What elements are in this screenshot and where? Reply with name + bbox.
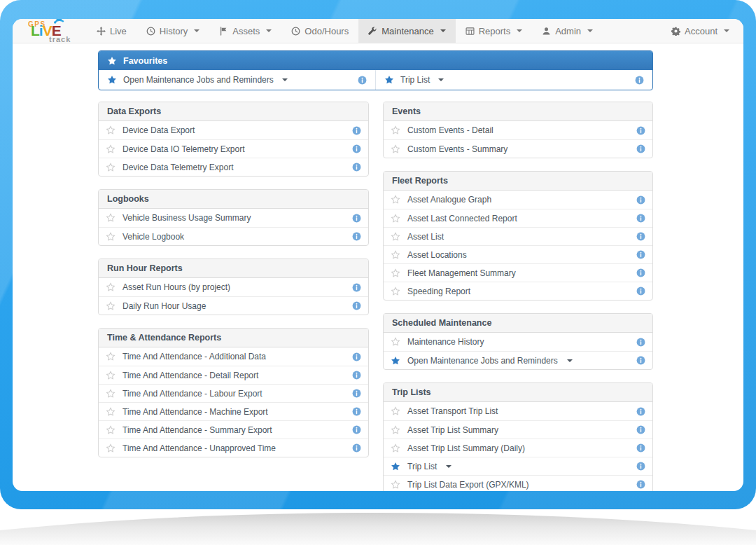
nav-item-maintenance[interactable]: Maintenance [358,19,455,43]
report-row[interactable]: Device Data Export [99,121,368,139]
report-row[interactable]: Asset Last Connected Report [384,209,652,227]
star-outline-icon[interactable] [391,214,400,223]
star-outline-icon[interactable] [391,250,400,260]
star-outline-icon[interactable] [106,144,115,154]
star-outline-icon[interactable] [106,425,115,435]
info-icon[interactable] [635,76,644,85]
report-row[interactable]: Device Data IO Telemetry Export [99,139,368,158]
info-icon[interactable] [636,195,645,205]
info-icon[interactable] [636,232,645,241]
info-icon[interactable] [636,462,645,471]
report-row[interactable]: Speeding Report [384,282,652,300]
star-outline-icon[interactable] [106,371,115,380]
favourite-star-icon[interactable] [384,75,394,85]
info-icon[interactable] [636,287,645,296]
report-row[interactable]: Custom Events - Summary [384,139,652,158]
info-icon[interactable] [352,389,361,398]
star-outline-icon[interactable] [106,352,115,361]
info-icon[interactable] [636,338,645,347]
flag-icon [219,27,228,36]
star-outline-icon[interactable] [391,425,400,435]
star-outline-icon[interactable] [106,301,115,311]
info-icon[interactable] [352,283,361,292]
star-outline-icon[interactable] [391,268,400,278]
report-row[interactable]: Time And Attendance - Unapproved Time [99,439,368,457]
info-icon[interactable] [636,425,645,434]
favourite-item-open-maintenance-jobs[interactable]: Open Maintenance Jobs and Reminders [99,70,375,90]
star-outline-icon[interactable] [106,232,115,242]
nav-item-admin[interactable]: Admin [532,19,603,43]
info-icon[interactable] [636,144,645,153]
report-row[interactable]: Device Data Telemetry Export [99,158,368,176]
report-row[interactable]: Time And Attendance - Labour Export [99,384,368,402]
favourite-star-icon[interactable] [107,75,117,85]
info-icon[interactable] [352,232,361,241]
report-row[interactable]: Time And Attendance - Machine Export [99,402,368,420]
info-icon[interactable] [358,76,367,85]
report-row[interactable]: Fleet Management Summary [384,263,652,282]
report-row[interactable]: Asset Trip List Summary [384,420,652,439]
report-row[interactable]: Asset Analogue Graph [384,191,652,209]
info-icon[interactable] [636,268,645,277]
nav-item-live[interactable]: Live [87,19,136,43]
star-outline-icon[interactable] [106,389,115,399]
info-icon[interactable] [352,352,361,361]
report-row[interactable]: Asset List [384,227,652,245]
nav-item-history[interactable]: History [136,19,209,43]
app-logo[interactable]: GPS LiVE track [13,19,87,43]
star-outline-icon[interactable] [106,407,115,417]
info-icon[interactable] [636,480,645,489]
info-icon[interactable] [636,126,645,135]
report-row[interactable]: Trip List [384,457,652,475]
star-outline-icon[interactable] [106,282,115,292]
star-outline-icon[interactable] [106,443,115,453]
star-outline-icon[interactable] [106,125,115,135]
nav-item-account[interactable]: Account [662,19,739,43]
favourite-star-icon[interactable] [391,356,400,366]
info-icon[interactable] [352,163,361,172]
report-row[interactable]: Custom Events - Detail [384,121,652,139]
report-row[interactable]: Asset Trip List Summary (Daily) [384,439,652,457]
report-row[interactable]: Time And Attendance - Summary Export [99,420,368,439]
info-icon[interactable] [636,443,645,453]
report-row[interactable]: Asset Transport Trip List [384,402,652,420]
nav-item-odo-hours[interactable]: Odo/Hours [281,19,358,43]
info-icon[interactable] [352,301,361,310]
star-outline-icon[interactable] [391,125,400,135]
star-outline-icon[interactable] [391,144,400,154]
report-row[interactable]: Asset Run Hours (by project) [99,278,368,296]
star-outline-icon[interactable] [106,213,115,223]
info-icon[interactable] [636,214,645,223]
report-row[interactable]: Vehicle Business Usage Summary [99,209,368,227]
star-outline-icon[interactable] [391,480,400,490]
report-row[interactable]: Time And Attendance - Detail Report [99,366,368,384]
favourite-item-trip-list[interactable]: Trip List [375,70,652,90]
info-icon[interactable] [352,371,361,380]
info-icon[interactable] [636,407,645,416]
star-outline-icon[interactable] [391,232,400,242]
star-outline-icon[interactable] [391,195,400,205]
report-row[interactable]: Daily Run Hour Usage [99,296,368,315]
info-icon[interactable] [352,443,361,453]
info-icon[interactable] [352,425,361,434]
report-row[interactable]: Open Maintenance Jobs and Reminders [384,351,652,369]
info-icon[interactable] [636,356,645,365]
report-row[interactable]: Maintenance History [384,333,652,351]
report-row[interactable]: Trip List Data Export (GPX/KML) [384,475,652,491]
favourite-star-icon[interactable] [391,462,400,471]
star-outline-icon[interactable] [391,337,400,347]
report-row[interactable]: Asset Locations [384,245,652,263]
nav-item-reports[interactable]: Reports [456,19,533,43]
info-icon[interactable] [352,144,361,153]
star-outline-icon[interactable] [391,443,400,453]
info-icon[interactable] [636,250,645,259]
report-row[interactable]: Vehicle Logbook [99,227,368,245]
info-icon[interactable] [352,126,361,135]
star-outline-icon[interactable] [106,163,115,172]
info-icon[interactable] [352,407,361,416]
star-outline-icon[interactable] [391,287,400,296]
info-icon[interactable] [352,214,361,223]
nav-item-assets[interactable]: Assets [209,19,281,43]
report-row[interactable]: Time And Attendance - Additional Data [99,347,368,366]
star-outline-icon[interactable] [391,406,400,416]
